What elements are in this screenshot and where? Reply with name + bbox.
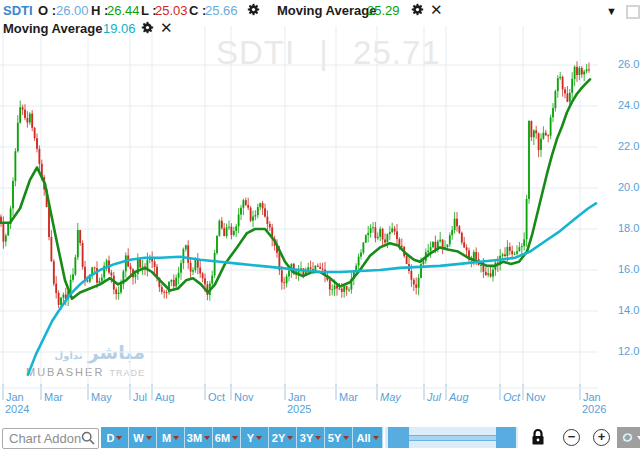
x-axis-year-label: 2025: [287, 403, 311, 415]
range-button-1y[interactable]: Y: [241, 427, 268, 448]
open-value: 26.00: [56, 3, 89, 18]
y-axis-label: 26.00: [618, 58, 640, 70]
x-axis-label: Jan: [288, 391, 306, 403]
x-axis-label: Oct: [208, 391, 225, 403]
ma2-value: 19.06: [103, 21, 136, 36]
high-label: H :: [91, 3, 108, 18]
caret-down-icon: [373, 436, 379, 440]
zoom-out-button[interactable]: −: [563, 429, 580, 446]
x-axis-label: Aug: [449, 391, 469, 403]
slider-handle-right[interactable]: [496, 427, 516, 448]
y-axis-label: 12.00: [618, 345, 640, 357]
y-axis-label: 18.00: [618, 222, 640, 234]
x-axis-label: Jul: [133, 391, 147, 403]
low-value: 25.03: [155, 3, 188, 18]
x-axis-year-label: 2024: [5, 403, 29, 415]
y-axis-label: 20.00: [618, 181, 640, 193]
x-axis-label: Jan: [6, 391, 24, 403]
x-axis-label: Nov: [526, 391, 546, 403]
ma2-close-icon[interactable]: ✕: [160, 21, 173, 34]
range-button-all[interactable]: All: [353, 427, 382, 448]
symbol-label: SDTI: [3, 3, 33, 18]
y-axis-label: 24.00: [618, 99, 640, 111]
zoom-in-button[interactable]: +: [593, 429, 610, 446]
caret-down-icon: [232, 436, 238, 440]
search-icon: [81, 431, 95, 445]
ma1-close-icon[interactable]: ✕: [430, 3, 443, 16]
close-value: 25.66: [205, 3, 238, 18]
chart-legend: SDTI O : 26.00 H : 26.44 L : 25.03 C : 2…: [0, 0, 640, 36]
caret-down-icon: [315, 436, 321, 440]
refresh-icon: [621, 431, 634, 444]
ma2-name: Moving Average: [3, 21, 102, 36]
x-axis-label: Jan: [583, 391, 601, 403]
range-button-2y[interactable]: 2Y: [269, 427, 296, 448]
range-slider[interactable]: [385, 427, 518, 448]
range-button-3y[interactable]: 3Y: [297, 427, 324, 448]
refresh-button[interactable]: [617, 427, 640, 448]
x-axis-label: Nov: [234, 391, 254, 403]
range-button-6m[interactable]: 6M: [213, 427, 240, 448]
chart-addon-input[interactable]: [3, 429, 85, 448]
y-axis-label: 22.00: [618, 140, 640, 152]
caret-down-icon: [116, 436, 122, 440]
x-axis-year-label: 2026: [582, 403, 606, 415]
ma1-settings-gear-icon[interactable]: [411, 3, 424, 16]
candlestick-chart[interactable]: [0, 0, 640, 450]
x-axis-label: Mar: [44, 391, 63, 403]
range-slider-track: [409, 435, 498, 441]
chart-menu-caret-icon[interactable]: ▼: [606, 5, 617, 17]
x-axis-label: Oct: [503, 391, 520, 403]
caret-down-icon: [343, 436, 349, 440]
maximize-icon[interactable]: [626, 5, 640, 19]
high-value: 26.44: [107, 3, 140, 18]
x-axis-label: May: [380, 391, 401, 403]
x-axis-label: Aug: [155, 391, 175, 403]
ma2-settings-gear-icon[interactable]: [141, 21, 154, 34]
chart-addon-search: [2, 428, 99, 449]
open-label: O :: [38, 3, 56, 18]
lock-icon[interactable]: [531, 428, 545, 446]
caret-down-icon: [204, 436, 210, 440]
y-axis-label: 16.00: [618, 263, 640, 275]
caret-down-icon: [173, 436, 179, 440]
caret-down-icon: [146, 436, 152, 440]
y-axis-label: 14.00: [618, 304, 640, 316]
ma1-name: Moving Average: [277, 3, 376, 18]
range-button-3m[interactable]: 3M: [185, 427, 212, 448]
x-axis-label: Mar: [339, 391, 358, 403]
bottom-toolbar: D W M 3M 6M Y 2Y 3Y 5Y All − +: [0, 425, 640, 450]
range-button-group: D W M 3M 6M Y 2Y 3Y 5Y All: [101, 427, 383, 448]
range-button-1w[interactable]: W: [129, 427, 156, 448]
range-button-1m[interactable]: M: [157, 427, 184, 448]
slider-handle-left[interactable]: [388, 427, 409, 448]
ma1-value: 25.29: [367, 3, 400, 18]
close-label: C :: [189, 3, 206, 18]
x-axis-label: Jul: [427, 391, 441, 403]
range-button-5y[interactable]: 5Y: [325, 427, 352, 448]
range-button-1d[interactable]: D: [101, 427, 128, 448]
x-axis-label: May: [91, 391, 112, 403]
symbol-settings-gear-icon[interactable]: [247, 3, 260, 16]
caret-down-icon: [287, 436, 293, 440]
caret-down-icon: [256, 436, 262, 440]
